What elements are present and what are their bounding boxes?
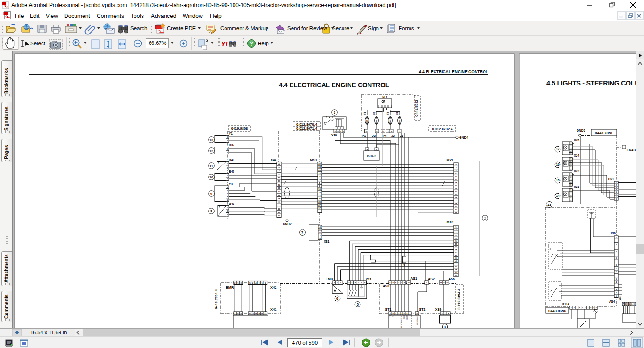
- svg-text:8: 8: [616, 264, 617, 266]
- svg-text:6: 6: [616, 289, 617, 290]
- svg-text:21: 21: [264, 312, 267, 314]
- svg-text:GND2: GND2: [283, 222, 291, 226]
- svg-text:2: 2: [227, 190, 228, 192]
- svg-text:12: 12: [278, 177, 280, 179]
- svg-text:AS1: AS1: [410, 277, 417, 280]
- svg-text:MX1: MX1: [447, 159, 454, 162]
- svg-text:AS4: AS4: [609, 300, 615, 303]
- svg-text:3: 3: [616, 257, 617, 259]
- svg-text:13: 13: [278, 180, 280, 182]
- svg-text:0.012.8732.4: 0.012.8732.4: [432, 127, 453, 131]
- svg-text:16: 16: [455, 187, 457, 190]
- svg-text:16: 16: [278, 194, 280, 196]
- svg-text:11: 11: [401, 312, 403, 314]
- svg-text:GND2: GND2: [406, 315, 408, 320]
- svg-text:X21: X21: [574, 185, 579, 188]
- svg-text:1: 1: [570, 143, 571, 144]
- svg-text:0419.9808: 0419.9808: [231, 127, 248, 131]
- svg-text:1: 1: [571, 307, 572, 309]
- svg-text:F4: F4: [396, 112, 399, 115]
- svg-text:9: 9: [616, 271, 617, 273]
- svg-text:7: 7: [587, 307, 588, 309]
- svg-text:5: 5: [227, 199, 228, 201]
- svg-text:+: +: [367, 148, 368, 151]
- svg-text:18: 18: [255, 312, 257, 314]
- svg-text:5: 5: [582, 307, 583, 309]
- svg-text:25: 25: [455, 205, 457, 208]
- svg-text:11: 11: [455, 243, 457, 245]
- svg-text:10: 10: [595, 307, 597, 309]
- svg-text:24: 24: [455, 202, 457, 204]
- svg-text:3: 3: [227, 214, 228, 216]
- svg-text:15: 15: [337, 131, 339, 133]
- svg-text:6: 6: [629, 303, 630, 305]
- svg-text:B41: B41: [229, 202, 234, 205]
- svg-text:GND5: GND5: [577, 129, 585, 132]
- svg-text:10: 10: [416, 312, 418, 314]
- svg-text:1: 1: [570, 174, 571, 176]
- svg-text:L: L: [426, 281, 427, 284]
- svg-text:Y!: Y!: [221, 40, 228, 48]
- svg-text:SPORTSHIFT: SPORTSHIFT: [417, 315, 418, 325]
- svg-text:5: 5: [570, 184, 571, 186]
- svg-text:L: L: [631, 303, 632, 305]
- svg-text:3: 3: [577, 307, 577, 309]
- svg-text:F2: F2: [373, 112, 376, 115]
- svg-text:X24: X24: [574, 154, 579, 157]
- svg-text:0443.7851: 0443.7851: [595, 131, 613, 135]
- svg-text:4: 4: [579, 307, 580, 309]
- svg-text:10: 10: [318, 188, 321, 190]
- svg-text:1: 1: [616, 237, 617, 238]
- svg-text:Y3: Y3: [229, 182, 233, 186]
- svg-text:10: 10: [446, 281, 449, 284]
- svg-text:17: 17: [318, 207, 321, 209]
- svg-text:3: 3: [570, 195, 571, 196]
- svg-text:1: 1: [334, 111, 335, 114]
- svg-text:10: 10: [366, 120, 368, 122]
- svg-text:P4: P4: [383, 134, 387, 137]
- svg-text:18: 18: [278, 197, 280, 200]
- svg-text:xx: xx: [549, 248, 551, 250]
- svg-text:3: 3: [319, 235, 320, 237]
- svg-text:F: F: [623, 303, 624, 305]
- svg-text:4: 4: [570, 150, 571, 152]
- svg-text:1: 1: [227, 187, 228, 188]
- svg-text:0443.8656: 0443.8656: [548, 309, 566, 313]
- svg-text:15: 15: [318, 172, 321, 175]
- svg-text:22: 22: [318, 163, 321, 165]
- svg-text:7: 7: [301, 231, 303, 234]
- svg-text:A: A: [278, 163, 280, 165]
- svg-text:P1: P1: [362, 134, 366, 137]
- svg-text:3: 3: [227, 193, 228, 195]
- svg-text:1: 1: [227, 136, 228, 138]
- svg-text:15: 15: [455, 246, 457, 248]
- svg-text:2: 2: [484, 217, 486, 220]
- svg-text:2: 2: [227, 152, 228, 153]
- svg-text:TD: TD: [389, 315, 391, 317]
- svg-text:0443.7354.4: 0443.7354.4: [214, 289, 218, 309]
- svg-text:B40: B40: [229, 170, 234, 173]
- svg-text:16: 16: [261, 312, 263, 314]
- svg-text:TKAB2: TKAB2: [627, 148, 636, 152]
- svg-text:AS3: AS3: [383, 284, 389, 288]
- svg-text:11: 11: [209, 164, 213, 168]
- svg-text:10: 10: [455, 193, 457, 195]
- svg-text:14: 14: [556, 194, 560, 197]
- svg-text:6: 6: [585, 307, 586, 309]
- svg-text:4: 4: [570, 197, 571, 199]
- svg-text:16: 16: [556, 163, 560, 166]
- svg-text:18: 18: [455, 196, 457, 199]
- svg-text:1: 1: [227, 207, 228, 209]
- svg-text:EMR: EMR: [226, 285, 234, 289]
- svg-text:8: 8: [616, 198, 617, 200]
- svg-text:2: 2: [570, 161, 571, 162]
- svg-text:X39: X39: [435, 308, 442, 311]
- svg-text:28: 28: [318, 201, 321, 203]
- svg-text:25: 25: [318, 169, 321, 171]
- svg-text:0.012.8670.4: 0.012.8670.4: [296, 122, 318, 127]
- svg-text:16.54 x 11.69 in: 16.54 x 11.69 in: [30, 330, 67, 335]
- svg-text:X83: X83: [619, 296, 622, 300]
- svg-text:14: 14: [278, 184, 280, 186]
- svg-text:24: 24: [318, 166, 321, 168]
- svg-text:GND4: GND4: [459, 136, 468, 139]
